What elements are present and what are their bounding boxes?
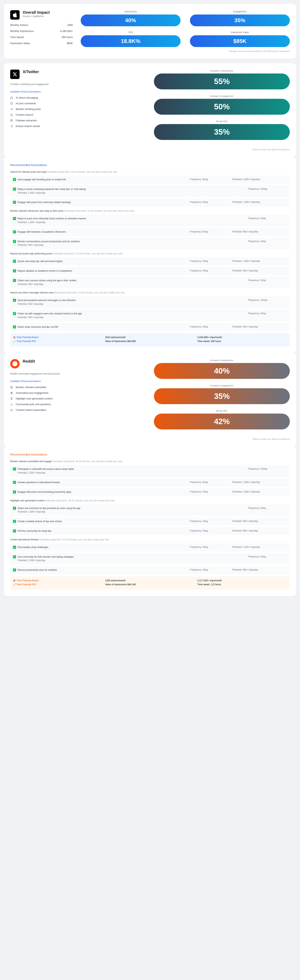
recommendations-tw: Recommended AutomationsSearch for releva…: [4, 157, 296, 353]
recommendation-item[interactable]: ✓Send personalized welcome messages to n…: [10, 296, 290, 308]
overall-footnote: *Average increase across all platforms. …: [81, 50, 290, 52]
check-icon: ✓: [13, 217, 16, 220]
recommendation-item[interactable]: ✓Auto-engage with trending posts in stud…: [10, 176, 290, 184]
potential-under: Potential: 1,500+ imps/day: [17, 191, 86, 195]
rec-potential: Potential: 900+ imps/day: [232, 568, 287, 571]
summary-value: Value of impressions $40,860: [105, 340, 195, 343]
rec-frequency: Frequency: 4/day: [190, 325, 229, 328]
metric-value: $85K: [67, 42, 73, 45]
metric-label: Time Saved:: [10, 36, 24, 38]
recommendation-item[interactable]: ✓Engage with posts recommending producti…: [10, 488, 290, 496]
check-icon: ✓: [13, 568, 16, 571]
rec-text: Reply to posts containing keywords like …: [17, 188, 86, 195]
check-icon: ✓: [13, 490, 16, 493]
recommendation-item[interactable]: ✓Share user success stories using the ap…: [10, 277, 290, 288]
recommendation-item[interactable]: ✓Share study resources and tips via DM F…: [10, 323, 290, 331]
recommendation-item[interactable]: ✓Monitor conversations around productivi…: [10, 237, 290, 249]
recommendation-item[interactable]: ✓Poll the community for study tips Frequ…: [10, 527, 290, 535]
trending-icon: [10, 108, 13, 111]
section-meta: Estimated setup time: 15-20 minutes, you…: [64, 210, 134, 212]
rec-text: Ask community for their favorite note-ta…: [17, 555, 74, 562]
recommendation-item[interactable]: ✓Participate in subreddit discussions ab…: [10, 465, 290, 477]
recommendation-item[interactable]: ✓Post weekly study challenges Frequency:…: [10, 543, 290, 551]
available-label: Available Khrisa Automations:: [10, 380, 146, 383]
rec-text: Post weekly study challenges: [17, 546, 48, 549]
platform-footnote: *Based on active user data & AI predicti…: [154, 438, 290, 440]
feature-item: Extract search results: [10, 125, 146, 127]
summary-time: Time saved: 113 hours: [197, 583, 287, 586]
check-icon: ✓: [13, 468, 16, 471]
feature-label: Monitor trending posts: [16, 108, 41, 111]
recommendation-item[interactable]: ✓Discuss productivity tools for students…: [10, 566, 290, 574]
recommendation-item[interactable]: ✓Reply to posts containing keywords like…: [10, 185, 290, 197]
check-icon: ✓: [13, 312, 16, 315]
impact-pill: 40%: [81, 14, 181, 26]
section-meta: Estimated setup time: 15-20 minutes, you…: [55, 291, 125, 294]
bolt-icon: [10, 391, 13, 395]
recommendation-item[interactable]: ✓Follow up with engaged users who showed…: [10, 310, 290, 321]
rec-frequency: Frequency: 2/day: [248, 279, 287, 282]
rec-frequency: Frequency: 2/day: [190, 520, 229, 523]
rec-text: Reply to posts from influential study co…: [17, 217, 86, 224]
rec-text: Send personalized welcome messages to ne…: [17, 299, 76, 306]
svg-line-1: [12, 115, 13, 116]
check-icon: ✓: [13, 201, 16, 204]
recommendation-item[interactable]: ✓Engage with followers of academic influ…: [10, 228, 290, 236]
rec-potential: Potential: 900+ imps/day: [232, 269, 287, 272]
svg-marker-12: [11, 392, 13, 394]
rec-potential: Potential: 1,000+ imps/day: [232, 260, 287, 262]
recommendation-item[interactable]: ✓Answer questions in educational threads…: [10, 479, 290, 487]
summary-imps: 2,217,000+ imps/month: [197, 579, 287, 582]
platform-desc: Reddit community engagement and discussi…: [10, 372, 146, 375]
rec-text: Auto-engage with trending posts in stude…: [17, 178, 66, 181]
rec-heading: Recommended Automations: [10, 163, 290, 167]
recommendation-item[interactable]: ✓Quote viral study tips with personal in…: [10, 257, 290, 266]
platform-desc: X/Twitter marketing and engagement: [10, 83, 146, 86]
feature-label: Follower extraction: [16, 119, 37, 122]
reach-label: 🎉 Total Potential Reach: [13, 336, 103, 339]
potential-under: Potential: 1,300+ imps/day: [17, 221, 86, 224]
rec-frequency: Frequency: 4/day: [248, 240, 287, 243]
stat-label: Increase in engagement:: [154, 384, 290, 387]
svg-point-2: [11, 119, 12, 120]
check-icon: ✓: [13, 299, 16, 302]
pill-label: Impressions: [81, 10, 181, 13]
list-icon: [10, 125, 13, 127]
rec-frequency: Frequency: 5/day: [248, 217, 287, 220]
recommendation-item[interactable]: ✓Engage with posts from university-relat…: [10, 198, 290, 207]
roi-label: 📈 Total Potential ROI: [13, 583, 103, 586]
stat-pill: 42%: [154, 414, 290, 430]
rec-text: Quote viral study tips with personal ins…: [17, 260, 63, 263]
svg-point-16: [11, 409, 12, 411]
recommendation-item[interactable]: ✓Ask community for their favorite note-t…: [10, 553, 290, 565]
recommendation-item[interactable]: ✓Create a weekly feature of top user sto…: [10, 517, 290, 525]
stat-pill: 35%: [154, 124, 290, 140]
search-icon: [10, 113, 13, 116]
recommendation-item[interactable]: ✓Reply to posts from influential study c…: [10, 215, 290, 226]
available-label: Available Khrisa Automations:: [10, 91, 146, 93]
svg-rect-9: [10, 386, 13, 388]
section-name: Search for relevant posts and reply: [10, 170, 47, 173]
rec-frequency: Frequency: 4/day: [248, 555, 287, 558]
recommendation-item[interactable]: ✓Repost updates on academic events or co…: [10, 267, 290, 275]
rec-potential: Potential: 1,200+ imps/day: [232, 201, 287, 204]
summary-imps: 2,043,000+ imps/month: [197, 336, 287, 339]
feature-item: Follower extraction: [10, 119, 146, 122]
potential-under: Potential: 400+ imps/day: [17, 316, 82, 319]
rec-text: Share study resources and tips via DM: [17, 325, 58, 329]
check-icon: ✓: [13, 269, 16, 272]
feature-item: Community polls and questions: [10, 403, 146, 406]
shield-icon: [10, 102, 13, 105]
monitor-icon: [10, 386, 13, 389]
rec-text: Participate in subreddit discussions abo…: [17, 468, 74, 474]
recommendation-item[interactable]: ✓Share and comment on tips provided by u…: [10, 504, 290, 516]
impact-pills: Impressions40%Engagement35%ROI18.8K%Impr…: [81, 10, 290, 47]
section-name: Repost and quote high performing posts: [10, 252, 52, 255]
section-name: Monitor relevant subreddits and engage: [10, 460, 51, 463]
check-icon: ✓: [13, 520, 16, 523]
potential-under: Potential: 600+ imps/day: [17, 243, 80, 247]
apple-icon: [10, 10, 20, 20]
summary-block: 🎉 Total Potential Reach📈 Total Potential…: [10, 576, 290, 590]
section-meta: Estimated setup time: 15-20 minutes, you…: [39, 538, 109, 541]
feature-label: Monitor relevant subreddits: [16, 386, 46, 389]
